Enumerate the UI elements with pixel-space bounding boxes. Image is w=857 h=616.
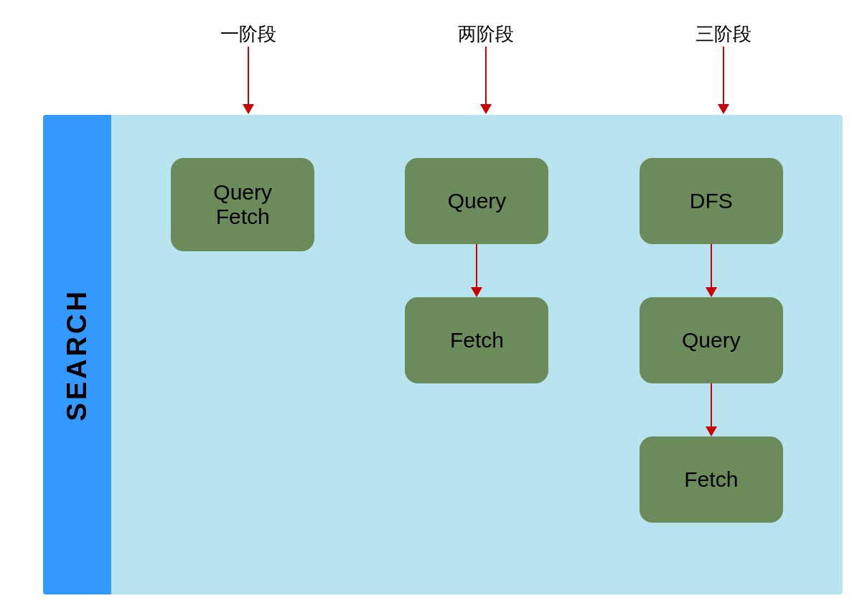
columns-container: Query Fetch Query Fetch DFS Query	[111, 115, 843, 594]
col1-label: 一阶段	[177, 22, 320, 47]
col2-node1: Query	[405, 158, 548, 244]
col2-arrow-head	[480, 104, 492, 114]
col3-arrow2-line	[711, 383, 712, 426]
sidebar-label: SEARCH	[62, 289, 93, 421]
col2-inner-arrow	[471, 244, 482, 297]
col1-top-arrow	[243, 47, 254, 114]
col2-inner-line	[476, 244, 477, 287]
header-row: 一阶段 两阶段 三阶段	[115, 22, 843, 114]
col2-label: 两阶段	[414, 22, 558, 47]
col3-node3: Fetch	[640, 437, 783, 523]
col3-header: 三阶段	[645, 22, 802, 114]
col3-arrow-head	[718, 104, 729, 114]
col3-top-arrow	[718, 47, 729, 114]
col2-top-arrow	[480, 47, 492, 114]
col3-node1: DFS	[640, 158, 783, 244]
col1-header: 一阶段	[169, 22, 327, 114]
col3-arrow-line	[723, 47, 724, 104]
col3-arrow2	[706, 383, 717, 437]
main-area: SEARCH Query Fetch Query Fetch DFS	[43, 115, 843, 594]
col3-arrow1	[706, 244, 717, 297]
col2-node2: Fetch	[405, 297, 548, 383]
col1-node1: Query Fetch	[171, 158, 314, 251]
sidebar: SEARCH	[43, 115, 111, 594]
col1-arrow-line	[248, 47, 249, 104]
col2-inner-head	[471, 287, 482, 297]
col2-column: Query Fetch	[398, 115, 556, 383]
col2-header: 两阶段	[407, 22, 565, 114]
col1-column: Query Fetch	[164, 115, 322, 251]
page: 一阶段 两阶段 三阶段 SEARCH	[0, 0, 857, 616]
col1-arrow-head	[243, 104, 254, 114]
col3-node2: Query	[640, 297, 783, 383]
col3-label: 三阶段	[652, 22, 795, 47]
col3-arrow2-head	[706, 426, 717, 437]
col2-arrow-line	[485, 47, 487, 104]
col3-column: DFS Query Fetch	[632, 115, 790, 523]
col3-arrow1-line	[711, 244, 712, 287]
col3-arrow1-head	[706, 287, 717, 297]
